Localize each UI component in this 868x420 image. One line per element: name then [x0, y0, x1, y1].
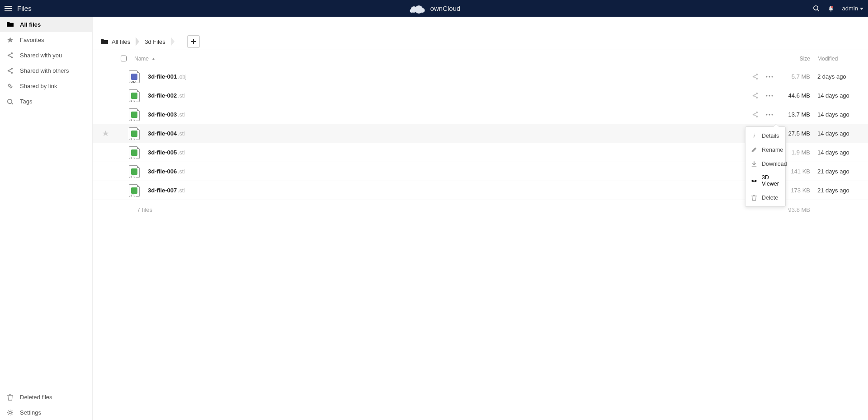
breadcrumb-current[interactable]: 3d Files: [142, 38, 171, 45]
svg-point-22: [772, 76, 773, 77]
search-icon[interactable]: [813, 5, 820, 12]
column-modified[interactable]: Modified: [817, 56, 863, 62]
column-size[interactable]: Size: [777, 56, 817, 62]
menu-item-label: Rename: [762, 147, 783, 153]
sidebar-item-label: Settings: [20, 409, 41, 416]
menu-item-3d-viewer[interactable]: 3D Viewer: [745, 171, 785, 191]
sidebar-footer-deleted-files[interactable]: Deleted files: [0, 389, 92, 405]
app-name: Files: [17, 5, 32, 12]
sidebar: All filesFavoritesShared with youShared …: [0, 17, 93, 420]
menu-item-rename[interactable]: Rename: [745, 143, 785, 157]
file-modified: 21 days ago: [817, 187, 863, 194]
sidebar-nav: All filesFavoritesShared with youShared …: [0, 17, 92, 389]
breadcrumb-root[interactable]: All files: [98, 38, 136, 45]
favorite-star-icon[interactable]: [98, 130, 113, 137]
file-name[interactable]: 3d-file-006.stl: [142, 168, 748, 175]
sidebar-item-shared-with-others[interactable]: Shared with others: [0, 63, 92, 78]
notifications-icon[interactable]: [828, 5, 834, 12]
sidebar-item-favorites[interactable]: Favorites: [0, 32, 92, 47]
sidebar-item-all-files[interactable]: All files: [0, 17, 92, 32]
file-context-menu: iDetailsRenameDownload3D ViewerDelete: [745, 126, 786, 207]
sidebar-item-shared-with-you[interactable]: Shared with you: [0, 47, 92, 63]
link-icon: [6, 82, 14, 89]
file-thumbnail: STL: [127, 145, 142, 160]
sidebar-item-tags[interactable]: Tags: [0, 93, 92, 109]
gear-icon: [6, 409, 14, 416]
breadcrumb-current-label: 3d Files: [145, 38, 165, 45]
svg-point-34: [772, 114, 773, 115]
file-name[interactable]: 3d-file-001.obj: [142, 73, 748, 80]
add-button[interactable]: [187, 35, 200, 48]
sidebar-footer-settings[interactable]: Settings: [0, 405, 92, 420]
menu-item-label: Download: [762, 161, 787, 167]
svg-text:i: i: [754, 133, 755, 139]
sidebar-item-label: Shared by link: [20, 83, 57, 89]
svg-point-33: [769, 114, 770, 115]
file-name[interactable]: 3d-file-007.stl: [142, 187, 748, 194]
sidebar-item-label: Shared with you: [20, 52, 62, 59]
sidebar-footer: Deleted filesSettings: [0, 389, 92, 420]
menu-item-delete[interactable]: Delete: [745, 191, 785, 205]
sidebar-item-shared-by-link[interactable]: Shared by link: [0, 78, 92, 93]
file-modified: 2 days ago: [817, 73, 863, 80]
menu-item-label: 3D Viewer: [762, 174, 780, 187]
tag-icon: [6, 98, 14, 105]
menu-item-download[interactable]: Download: [745, 157, 785, 171]
header-left: Files: [5, 5, 32, 12]
table-header: Name ▲ Size Modified: [93, 50, 868, 67]
more-actions-icon[interactable]: [762, 76, 777, 78]
more-actions-icon[interactable]: [762, 114, 777, 116]
svg-line-15: [11, 103, 13, 104]
caret-down-icon: [860, 7, 863, 10]
svg-point-32: [766, 114, 768, 115]
file-name[interactable]: 3d-file-004.stl: [142, 130, 748, 137]
more-actions-icon[interactable]: [762, 95, 777, 97]
folder-icon: [6, 21, 14, 28]
sort-asc-icon: ▲: [151, 56, 156, 61]
eye-icon: [751, 177, 757, 184]
share-icon[interactable]: [748, 111, 762, 118]
file-row[interactable]: OBJ3d-file-001.obj5.7 MB2 days ago: [93, 67, 868, 86]
info-icon: i: [751, 132, 757, 139]
brand-name: ownCloud: [430, 5, 461, 12]
svg-point-20: [766, 76, 768, 77]
star-icon: [6, 36, 14, 43]
share-icon[interactable]: [748, 73, 762, 80]
sidebar-item-label: Shared with others: [20, 67, 69, 74]
menu-item-label: Details: [762, 133, 779, 139]
plus-icon: [191, 39, 196, 44]
file-name[interactable]: 3d-file-002.stl: [142, 92, 748, 99]
user-name: admin: [842, 5, 858, 12]
select-all-checkbox[interactable]: [116, 56, 131, 61]
svg-line-5: [817, 9, 819, 11]
sidebar-item-label: All files: [20, 21, 41, 28]
file-row[interactable]: STL3d-file-003.stl13.7 MB14 days ago: [93, 105, 868, 124]
column-name[interactable]: Name ▲: [131, 56, 741, 62]
header-right: admin: [813, 5, 863, 12]
svg-point-27: [769, 95, 770, 96]
svg-point-21: [769, 76, 770, 77]
file-thumbnail: STL: [127, 107, 142, 122]
share-in-icon: [6, 51, 14, 59]
menu-item-details[interactable]: iDetails: [745, 129, 785, 143]
user-menu[interactable]: admin: [842, 5, 863, 12]
menu-icon[interactable]: [5, 6, 12, 11]
file-name[interactable]: 3d-file-003.stl: [142, 111, 748, 118]
file-thumbnail: OBJ: [127, 70, 142, 84]
trash-icon: [6, 393, 14, 401]
file-name[interactable]: 3d-file-005.stl: [142, 149, 748, 156]
svg-point-3: [420, 8, 425, 13]
svg-point-26: [766, 95, 768, 96]
file-size: 5.7 MB: [777, 73, 817, 80]
breadcrumb-root-label: All files: [112, 38, 130, 45]
file-row[interactable]: STL3d-file-002.stl44.6 MB14 days ago: [93, 86, 868, 105]
share-icon[interactable]: [748, 92, 762, 99]
owncloud-logo-icon: [408, 3, 426, 14]
file-thumbnail: STL: [127, 164, 142, 179]
sidebar-item-label: Tags: [20, 98, 32, 105]
svg-point-7: [831, 6, 833, 8]
svg-point-4: [813, 6, 817, 10]
file-size: 13.7 MB: [777, 111, 817, 118]
svg-point-16: [9, 411, 11, 414]
sidebar-item-label: Favorites: [20, 37, 44, 43]
